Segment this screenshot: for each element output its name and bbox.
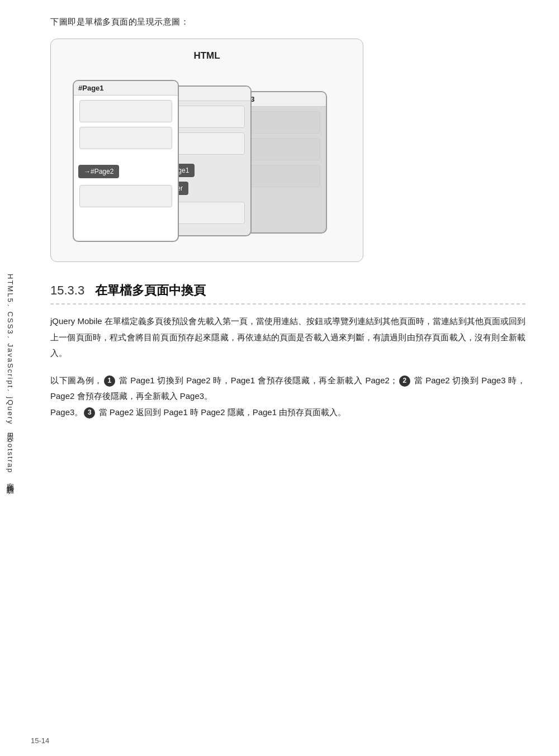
diagram-title: HTML (62, 50, 352, 61)
section-number: 15.3.3 (50, 283, 84, 297)
page1-rect2 (79, 127, 172, 149)
section-heading: 15.3.3 在單檔多頁面中換頁 (50, 282, 525, 305)
p2-after-1: 當 Page1 切換到 Page2 時，Page1 會預存後隱藏，再全新載入 P… (116, 375, 398, 385)
intro-text: 下圖即是單檔多頁面的呈現示意圖： (50, 17, 525, 27)
p2-text-page3: Page3。 (50, 407, 83, 417)
btn-page1-to-page2[interactable]: →#Page2 (78, 165, 119, 178)
diagram-container: HTML #Page3 #Page2 →#Page1 →Other (50, 39, 363, 262)
main-content: 下圖即是單檔多頁面的呈現示意圖： HTML #Page3 #Page2 →#Pa… (28, 0, 559, 465)
pages-stack: #Page3 #Page2 →#Page1 →Other # (67, 72, 347, 250)
page1-box: #Page1 →#Page2 (73, 80, 179, 242)
sidebar: HTML5、CSS3、JavaScript、jQuery 與 Bootstrap… (0, 0, 20, 756)
p2-before-1: 以下圖為例， (50, 375, 103, 385)
page1-label: #Page1 (74, 81, 178, 96)
circle-num-1: 1 (104, 375, 115, 387)
p2-after-3: 當 Page2 返回到 Page1 時 Page2 隱藏，Page1 由預存頁面… (96, 407, 346, 417)
circle-num-3: 3 (84, 407, 95, 419)
paragraph-1: jQuery Mobile 在單檔定義多頁後預設會先載入第一頁，當使用連結、按鈕… (50, 313, 525, 362)
page-number: 15-14 (31, 736, 49, 745)
circle-num-2: 2 (399, 375, 410, 387)
section-title: 在單檔多頁面中換頁 (95, 283, 206, 297)
page1-rect1 (79, 100, 172, 122)
paragraph-2: 以下圖為例，1 當 Page1 切換到 Page2 時，Page1 會預存後隱藏… (50, 373, 525, 421)
page1-rect3 (79, 185, 172, 207)
sidebar-text: HTML5、CSS3、JavaScript、jQuery 與 Bootstrap… (5, 274, 15, 482)
